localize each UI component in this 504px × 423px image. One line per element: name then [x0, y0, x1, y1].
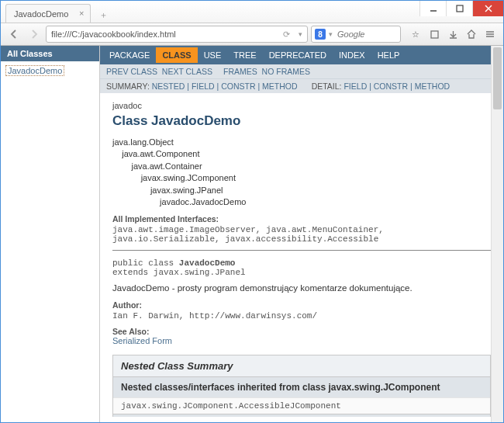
nav-class[interactable]: CLASS	[156, 47, 197, 63]
hier-2: java.awt.Container	[112, 161, 491, 172]
minimize-button[interactable]	[419, 1, 446, 16]
frames-link[interactable]: FRAMES	[223, 67, 257, 76]
type-hierarchy: java.lang.Object java.awt.Component java…	[112, 137, 491, 208]
package-name: javadoc	[112, 101, 491, 110]
nested-inherited-jcomponent: Nested classes/interfaces inherited from…	[113, 376, 490, 397]
implemented-interfaces-list: java.awt.image.ImageObserver, java.awt.M…	[112, 225, 491, 244]
sidebar: All Classes JavadocDemo	[1, 46, 100, 422]
divider	[112, 250, 491, 251]
sidebar-header: All Classes	[1, 46, 99, 61]
maximize-button[interactable]	[446, 1, 472, 16]
window-titlebar: JavadocDemo × ＋	[1, 1, 503, 23]
nav-use[interactable]: USE	[198, 47, 228, 63]
nested-inherited-component: Nested classes/interfaces inherited from…	[113, 414, 490, 417]
summary-row: SUMMARY: NESTED | FIELD | CONSTR | METHO…	[100, 78, 503, 93]
svg-rect-1	[457, 5, 463, 12]
next-class-link[interactable]: NEXT CLASS	[162, 67, 212, 76]
hier-0: java.lang.Object	[112, 137, 491, 148]
pocket-icon[interactable]	[426, 26, 443, 43]
main-panel: PACKAGE CLASS USE TREE DEPRECATED INDEX …	[100, 46, 503, 422]
hier-3: javax.swing.JComponent	[112, 172, 491, 184]
javadoc-subnav: PREV CLASS NEXT CLASS FRAMES NO FRAMES	[100, 64, 503, 78]
nav-index[interactable]: INDEX	[333, 47, 371, 63]
serialized-form-link[interactable]: Serialized Form	[112, 336, 172, 345]
detail-items[interactable]: FIELD | CONSTR | METHOD	[343, 81, 450, 91]
browser-tab[interactable]: JavadocDemo ×	[5, 4, 91, 23]
nested-class-summary: Nested Class Summary Nested classes/inte…	[112, 355, 491, 417]
javadoc-topnav: PACKAGE CLASS USE TREE DEPRECATED INDEX …	[100, 46, 503, 64]
back-button[interactable]	[5, 26, 22, 43]
see-also-label: See Also:	[112, 327, 491, 336]
search-input[interactable]	[336, 29, 388, 40]
history-dropdown-icon[interactable]: ▾	[299, 30, 302, 38]
prev-class-link[interactable]: PREV CLASS	[106, 67, 157, 76]
no-frames-link[interactable]: NO FRAMES	[262, 67, 310, 76]
new-tab-button[interactable]: ＋	[95, 7, 111, 23]
class-signature: public class JavadocDemo extends javax.s…	[112, 258, 491, 277]
nav-deprecated[interactable]: DEPRECATED	[263, 47, 333, 63]
summary-items[interactable]: NESTED | FIELD | CONSTR | METHOD	[152, 81, 298, 91]
class-description: JavadocDemo - prosty program demonstrują…	[112, 283, 491, 293]
hier-1: java.awt.Component	[112, 148, 491, 160]
nav-package[interactable]: PACKAGE	[103, 47, 156, 63]
google-icon: 8	[315, 29, 326, 40]
detail-label: DETAIL:	[312, 81, 342, 91]
summary-label: SUMMARY:	[106, 81, 150, 91]
nested-inherited-jcomponent-members: javax.swing.JComponent.AccessibleJCompon…	[113, 397, 490, 414]
url-text: file:///C:/javacookbook/index.html	[51, 29, 176, 39]
nested-heading: Nested Class Summary	[113, 355, 490, 376]
home-icon[interactable]	[463, 26, 480, 43]
forward-button[interactable]	[26, 26, 43, 43]
downloads-icon[interactable]	[444, 26, 461, 43]
scrollbar-thumb[interactable]	[493, 47, 502, 109]
nav-help[interactable]: HELP	[371, 47, 406, 63]
close-window-button[interactable]	[472, 1, 503, 16]
hier-4: javax.swing.JPanel	[112, 185, 491, 196]
menu-icon[interactable]	[482, 26, 499, 43]
author-label: Author:	[112, 300, 491, 310]
hier-5: javadoc.JavadocDemo	[112, 196, 491, 208]
bookmark-icon[interactable]: ☆	[407, 26, 424, 43]
search-dropdown-icon[interactable]: ▾	[329, 30, 333, 38]
scrollbar[interactable]	[491, 46, 503, 422]
close-tab-icon[interactable]: ×	[79, 9, 84, 18]
tab-title: JavadocDemo	[14, 9, 68, 19]
nav-tree[interactable]: TREE	[227, 47, 262, 63]
javadoc-body: javadoc Class JavadocDemo java.lang.Obje…	[100, 93, 503, 417]
svg-rect-4	[431, 31, 438, 38]
browser-toolbar: file:///C:/javacookbook/index.html ⟳ ▾ 8…	[1, 23, 503, 46]
class-heading: Class JavadocDemo	[112, 113, 491, 129]
sidebar-item-javadocdemo[interactable]: JavadocDemo	[5, 65, 64, 76]
url-bar[interactable]: file:///C:/javacookbook/index.html ⟳ ▾	[46, 26, 308, 43]
author-value: Ian F. Darwin, http://www.darwinsys.com/	[112, 311, 491, 321]
reload-icon[interactable]: ⟳	[283, 29, 290, 40]
implemented-interfaces-label: All Implemented Interfaces:	[112, 214, 491, 224]
search-box[interactable]: 8 ▾	[311, 26, 401, 43]
